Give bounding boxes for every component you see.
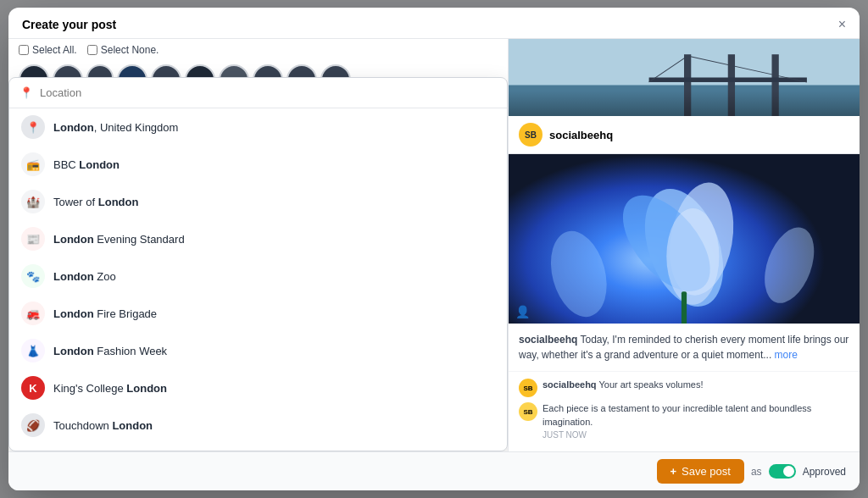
person-icon: 👤 bbox=[515, 305, 530, 318]
create-post-modal: Create your post × Select All. Select No… bbox=[8, 8, 860, 490]
svg-rect-3 bbox=[684, 54, 691, 116]
location-name-kings: King's College London bbox=[53, 382, 167, 395]
location-item-kings[interactable]: K King's College London bbox=[9, 369, 507, 407]
location-icon-fashion: 👗 bbox=[21, 339, 45, 362]
location-name-bbc: BBC London bbox=[53, 158, 120, 171]
modal-body: Select All. Select None. bbox=[8, 39, 860, 451]
svg-rect-2 bbox=[509, 86, 860, 116]
location-icon-fire: 🚒 bbox=[21, 302, 45, 325]
comment-avatar-1: SB bbox=[519, 379, 537, 397]
preview-account-avatar: SB bbox=[519, 123, 542, 147]
svg-rect-5 bbox=[772, 54, 779, 116]
comment-row-1: SB socialbeehq Your art speaks volumes! bbox=[519, 379, 849, 397]
select-all-button[interactable]: Select All. bbox=[19, 44, 77, 56]
location-icon-tower: 🏰 bbox=[21, 190, 45, 213]
location-search-input[interactable] bbox=[40, 86, 497, 99]
left-panel: Select All. Select None. bbox=[8, 39, 509, 451]
location-icon-touchdown: 🏈 bbox=[21, 413, 45, 437]
location-item-fashion[interactable]: 👗 London Fashion Week bbox=[9, 332, 507, 369]
comment-text-2: Each piece is a testament to your incred… bbox=[542, 402, 849, 429]
modal-footer: Save post as Approved bbox=[8, 451, 860, 490]
preview-username: socialbeehq bbox=[549, 129, 613, 141]
location-name-touchdown: Touchdown London bbox=[53, 419, 153, 432]
approved-toggle[interactable] bbox=[769, 464, 796, 479]
toggle-track bbox=[769, 464, 796, 479]
location-item-touchdown[interactable]: 🏈 Touchdown London bbox=[9, 407, 507, 444]
location-name-fashion: London Fashion Week bbox=[53, 345, 167, 357]
svg-rect-4 bbox=[728, 54, 735, 116]
location-item-tower[interactable]: 🏰 Tower of London bbox=[9, 183, 507, 220]
location-item-london-uk[interactable]: 📍 London, United Kingdom bbox=[9, 108, 507, 146]
close-button[interactable]: × bbox=[838, 18, 846, 31]
location-dropdown: 📍 📍 London, United Kingdom 📻 BBC London … bbox=[8, 77, 508, 451]
preview-comments: SB socialbeehq Your art speaks volumes! … bbox=[509, 372, 860, 451]
comment-content-2: Each piece is a testament to your incred… bbox=[542, 402, 849, 440]
select-none-checkbox[interactable] bbox=[87, 45, 97, 55]
select-none-button[interactable]: Select None. bbox=[87, 44, 159, 56]
comment-avatar-2: SB bbox=[519, 402, 537, 421]
location-search-row: 📍 bbox=[9, 78, 507, 108]
location-name-zoo: London Zoo bbox=[53, 270, 116, 283]
bridge-visual bbox=[509, 39, 860, 116]
as-label: as bbox=[751, 466, 762, 478]
comment-row-2: SB Each piece is a testament to your inc… bbox=[519, 402, 849, 440]
preview-caption: socialbeehq Today, I'm reminded to cheri… bbox=[509, 324, 860, 372]
svg-rect-14 bbox=[682, 291, 687, 324]
preview-account-row: SB socialbeehq bbox=[509, 116, 860, 154]
approved-label: Approved bbox=[803, 466, 846, 478]
modal-title: Create your post bbox=[22, 18, 116, 31]
preview-header-image bbox=[509, 39, 860, 116]
flower-visual bbox=[509, 154, 860, 324]
comment-time: JUST NOW bbox=[542, 430, 849, 440]
location-icon-london-uk: 📍 bbox=[21, 115, 45, 139]
save-post-button[interactable]: Save post bbox=[657, 459, 744, 484]
right-panel: SB socialbeehq bbox=[509, 39, 860, 451]
comment-content-1: socialbeehq Your art speaks volumes! bbox=[542, 379, 704, 391]
location-icon-bbc: 📻 bbox=[21, 152, 45, 176]
toggle-thumb bbox=[783, 466, 794, 477]
location-icon-kings: K bbox=[21, 376, 45, 400]
comment-text-1: socialbeehq Your art speaks volumes! bbox=[542, 379, 704, 391]
modal-header: Create your post × bbox=[8, 8, 860, 39]
caption-username: socialbeehq bbox=[519, 334, 577, 346]
location-name-evening: London Evening Standard bbox=[53, 233, 185, 246]
location-icon-zoo: 🐾 bbox=[21, 264, 45, 288]
svg-rect-6 bbox=[649, 78, 807, 82]
location-item-evening-standard[interactable]: 📰 London Evening Standard bbox=[9, 220, 507, 257]
select-all-checkbox[interactable] bbox=[19, 45, 29, 55]
location-item-fire[interactable]: 🚒 London Fire Brigade bbox=[9, 295, 507, 332]
location-name-fire: London Fire Brigade bbox=[53, 307, 157, 320]
location-search-icon: 📍 bbox=[19, 86, 33, 99]
caption-more-link[interactable]: more bbox=[775, 349, 798, 361]
location-item-bbc[interactable]: 📻 BBC London bbox=[9, 146, 507, 183]
svg-point-13 bbox=[666, 208, 719, 305]
location-item-zoo[interactable]: 🐾 London Zoo bbox=[9, 257, 507, 295]
selection-bar: Select All. Select None. bbox=[8, 39, 508, 61]
location-name-london-uk: London, United Kingdom bbox=[53, 121, 178, 134]
location-icon-evening: 📰 bbox=[21, 227, 45, 251]
location-name-tower: Tower of London bbox=[53, 196, 138, 208]
preview-flower-image: 👤 bbox=[509, 154, 860, 324]
modal-overlay: Create your post × Select All. Select No… bbox=[0, 0, 868, 498]
